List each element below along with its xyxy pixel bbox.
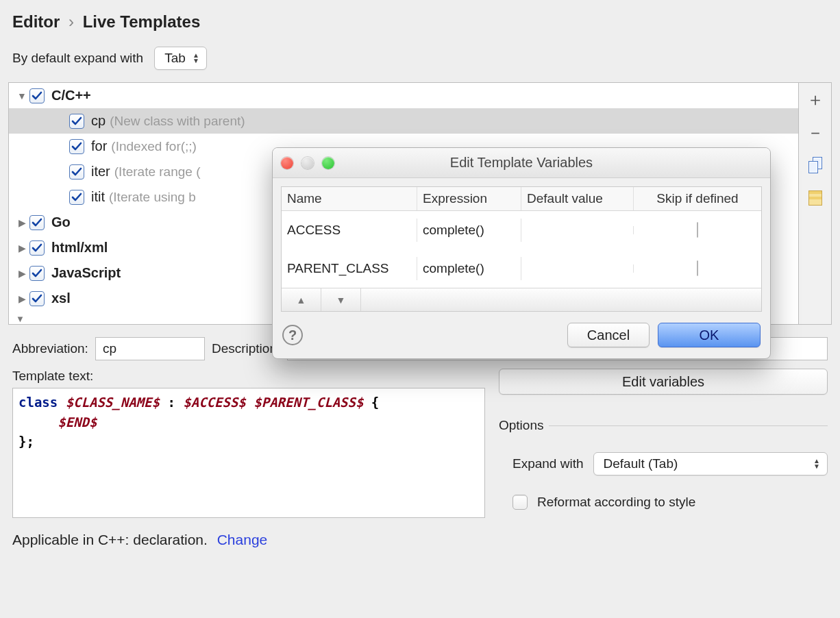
breadcrumb-parent[interactable]: Editor <box>12 12 60 31</box>
item-checkbox[interactable] <box>69 190 84 205</box>
col-name[interactable]: Name <box>282 187 417 210</box>
skip-checkbox[interactable] <box>697 260 698 276</box>
disclosure-right-icon[interactable]: ▶ <box>14 268 29 279</box>
dialog-title: Edit Template Variables <box>273 155 770 171</box>
disclosure-right-icon[interactable]: ▶ <box>14 243 29 254</box>
cancel-button[interactable]: Cancel <box>567 323 650 347</box>
col-expression[interactable]: Expression <box>417 187 521 210</box>
abbreviation-value: cp <box>103 341 116 356</box>
table-row[interactable]: ACCESS complete() <box>282 211 761 249</box>
cell-default[interactable] <box>521 226 634 234</box>
template-text-label: Template text: <box>12 369 485 384</box>
reformat-label: Reformat according to style <box>537 495 695 510</box>
ok-button[interactable]: OK <box>658 323 761 347</box>
code-text: }; <box>18 432 479 452</box>
cell-name[interactable]: PARENT_CLASS <box>282 257 417 280</box>
template-desc: (Indexed for(;;) <box>111 139 197 154</box>
disclosure-down-icon[interactable]: ▼ <box>14 90 29 101</box>
item-checkbox[interactable] <box>69 114 84 129</box>
template-abbr: for <box>91 138 107 154</box>
expand-with-label: Expand with <box>512 456 584 471</box>
move-down-button[interactable]: ▼ <box>321 288 361 311</box>
description-label: Description: <box>212 341 280 356</box>
code-text: : <box>167 395 183 410</box>
expand-down-icon[interactable]: ▼ <box>9 314 28 324</box>
item-checkbox[interactable] <box>69 139 84 154</box>
copy-button[interactable] <box>804 154 826 176</box>
variables-table[interactable]: Name Expression Default value Skip if de… <box>281 186 762 312</box>
change-link[interactable]: Change <box>217 532 268 547</box>
template-abbr: iter <box>91 164 110 180</box>
help-icon[interactable]: ? <box>282 325 303 345</box>
code-var: $ACCESS$ <box>183 395 246 410</box>
default-expand-value: Tab <box>164 51 186 66</box>
code-keyword: class <box>18 395 58 410</box>
group-checkbox[interactable] <box>29 215 45 230</box>
table-row[interactable]: PARENT_CLASS complete() <box>282 249 761 288</box>
updown-arrows-icon: ▲▼ <box>193 53 199 64</box>
disclosure-right-icon[interactable]: ▶ <box>14 217 29 228</box>
note-icon <box>808 190 822 206</box>
template-abbr: itit <box>91 189 105 205</box>
code-text: { <box>371 395 379 410</box>
code-text <box>18 415 50 430</box>
updown-arrows-icon: ▲▼ <box>813 458 820 469</box>
cell-expression[interactable]: complete() <box>417 219 521 242</box>
template-text-area[interactable]: class $CLASS_NAME$ : $ACCESS$ $PARENT_CL… <box>12 388 485 518</box>
edit-variables-button[interactable]: Edit variables <box>499 369 828 395</box>
cell-default[interactable] <box>521 264 634 273</box>
move-up-button[interactable]: ▲ <box>282 288 321 311</box>
cell-expression[interactable]: complete() <box>417 257 521 280</box>
applicable-text: Applicable in C++: declaration. <box>12 532 208 547</box>
group-label: C/C++ <box>51 88 91 103</box>
template-desc: (Iterate using b <box>109 190 196 205</box>
template-desc: (Iterate range ( <box>114 164 201 180</box>
expand-with-select[interactable]: Default (Tab) ▲▼ <box>593 452 828 475</box>
breadcrumb-current: Live Templates <box>83 12 201 31</box>
group-label: JavaScript <box>51 265 121 281</box>
expand-with-value: Default (Tab) <box>604 456 678 471</box>
chevron-right-icon: › <box>69 12 74 31</box>
group-checkbox[interactable] <box>29 240 45 256</box>
abbreviation-field[interactable]: cp <box>95 337 205 360</box>
dialog-titlebar[interactable]: Edit Template Variables <box>273 148 770 178</box>
group-label: html/xml <box>51 240 108 256</box>
disclosure-right-icon[interactable]: ▶ <box>14 293 29 304</box>
code-var: $CLASS_NAME$ <box>66 395 160 410</box>
col-skip[interactable]: Skip if defined <box>634 187 761 210</box>
edit-variables-label: Edit variables <box>622 374 704 390</box>
col-default[interactable]: Default value <box>521 187 634 210</box>
cancel-label: Cancel <box>587 327 630 343</box>
template-desc: (New class with parent) <box>110 114 245 129</box>
notes-button[interactable] <box>804 187 826 209</box>
reformat-checkbox[interactable] <box>512 495 528 510</box>
breadcrumb: Editor › Live Templates <box>0 0 840 40</box>
cell-name[interactable]: ACCESS <box>282 219 417 242</box>
template-abbr: cp <box>91 113 106 129</box>
abbreviation-label: Abbreviation: <box>12 341 88 356</box>
group-checkbox[interactable] <box>29 291 45 306</box>
default-expand-select[interactable]: Tab ▲▼ <box>154 47 207 70</box>
group-checkbox[interactable] <box>29 266 45 281</box>
code-var: $PARENT_CLASS$ <box>254 395 363 410</box>
options-heading: Options <box>499 418 543 433</box>
code-var: $END$ <box>58 415 97 430</box>
ok-label: OK <box>700 327 719 343</box>
group-label: xsl <box>51 291 71 306</box>
copy-icon <box>808 157 822 173</box>
edit-template-variables-dialog: Edit Template Variables Name Expression … <box>272 147 771 359</box>
group-checkbox[interactable] <box>29 88 45 103</box>
group-label: Go <box>51 214 71 230</box>
remove-button[interactable]: － <box>804 121 826 143</box>
item-checkbox[interactable] <box>69 164 84 180</box>
separator <box>549 425 828 426</box>
skip-checkbox[interactable] <box>697 222 698 238</box>
default-expand-label: By default expand with <box>12 51 143 66</box>
add-button[interactable]: ＋ <box>804 88 826 110</box>
